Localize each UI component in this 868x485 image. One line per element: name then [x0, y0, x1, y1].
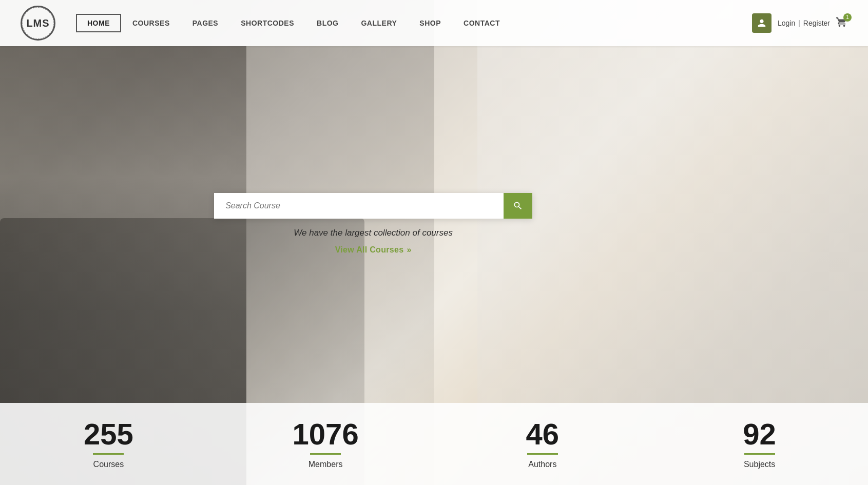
header-right: Login | Register 1	[752, 13, 847, 33]
register-link[interactable]: Register	[803, 19, 830, 27]
view-all-label: View All Courses	[335, 245, 404, 255]
hero-tagline: We have the largest collection of course…	[294, 228, 453, 238]
stat-members-label: Members	[308, 460, 343, 469]
cart-button[interactable]: 1	[836, 16, 847, 30]
auth-separator: |	[798, 19, 800, 27]
nav-blog[interactable]: BLOG	[305, 14, 350, 32]
stat-members-number: 1076	[293, 419, 359, 449]
stat-members: 1076 Members	[217, 403, 434, 485]
user-icon-button[interactable]	[752, 13, 771, 33]
logo[interactable]: LMS	[21, 6, 55, 41]
nav-home[interactable]: HOME	[76, 14, 121, 32]
stat-courses-label: Courses	[93, 460, 124, 469]
stat-authors-number: 46	[526, 419, 560, 449]
stats-bar: 255 Courses 1076 Members 46 Authors 92 S…	[0, 403, 868, 485]
search-input[interactable]	[214, 193, 504, 219]
stat-authors-underline	[527, 453, 558, 455]
stat-authors-label: Authors	[528, 460, 556, 469]
login-link[interactable]: Login	[778, 19, 795, 27]
main-nav: HOME COURSES PAGES SHORTCODES BLOG GALLE…	[76, 14, 752, 32]
stat-members-underline	[310, 453, 341, 455]
stat-courses: 255 Courses	[0, 403, 217, 485]
hero-content: We have the largest collection of course…	[214, 193, 532, 255]
view-all-chevron: »	[407, 245, 411, 255]
logo-text: LMS	[26, 17, 49, 29]
logo-circle: LMS	[21, 6, 55, 41]
stat-courses-number: 255	[84, 419, 133, 449]
nav-shop[interactable]: SHOP	[408, 14, 452, 32]
site-header: LMS HOME COURSES PAGES SHORTCODES BLOG G…	[0, 0, 868, 46]
stat-subjects-underline	[744, 453, 775, 455]
search-icon	[513, 201, 523, 211]
cart-badge: 1	[843, 13, 852, 22]
nav-contact[interactable]: CONTACT	[452, 14, 511, 32]
auth-links: Login | Register	[778, 19, 830, 27]
view-all-courses-link[interactable]: View All Courses »	[335, 245, 412, 255]
search-bar	[214, 193, 532, 219]
stat-subjects-label: Subjects	[744, 460, 775, 469]
stat-courses-underline	[93, 453, 124, 455]
user-icon	[757, 18, 766, 28]
stat-subjects-number: 92	[743, 419, 776, 449]
stat-subjects: 92 Subjects	[651, 403, 868, 485]
search-button[interactable]	[504, 193, 532, 219]
nav-gallery[interactable]: GALLERY	[350, 14, 408, 32]
nav-pages[interactable]: PAGES	[181, 14, 229, 32]
nav-shortcodes[interactable]: SHORTCODES	[229, 14, 305, 32]
nav-courses[interactable]: COURSES	[121, 14, 181, 32]
stat-authors: 46 Authors	[434, 403, 651, 485]
